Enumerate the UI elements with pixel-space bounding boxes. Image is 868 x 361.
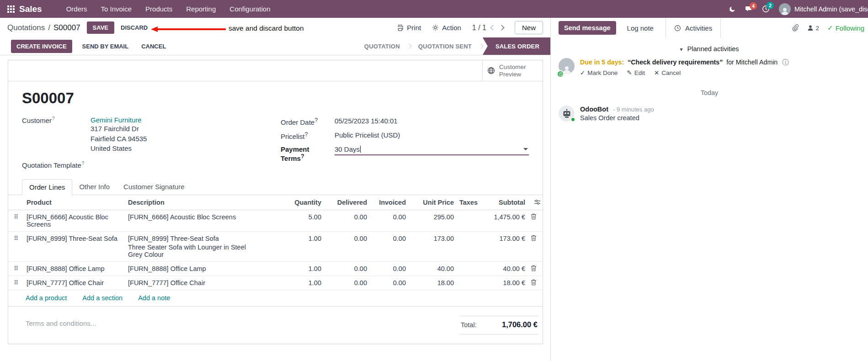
status-step-sales-order[interactable]: SALES ORDER — [483, 37, 550, 55]
drag-handle-icon[interactable]: ⠿ — [8, 261, 24, 276]
menu-to-invoice[interactable]: To Invoice — [96, 1, 137, 17]
cell-invoiced[interactable]: 0.00 — [370, 261, 409, 276]
send-message-button[interactable]: Send message — [559, 21, 616, 35]
cell-delivered[interactable]: 0.00 — [324, 276, 370, 290]
dropdown-caret-icon[interactable] — [523, 148, 528, 150]
cell-unit-price[interactable]: 173.00 — [409, 231, 457, 261]
cell-quantity[interactable]: 1.00 — [262, 276, 324, 290]
cell-product[interactable]: [FURN_7777] Office Chair — [24, 276, 125, 290]
user-menu[interactable]: Mitchell Admin (save_discar — [779, 3, 868, 15]
save-button[interactable]: SAVE — [87, 21, 114, 34]
table-row[interactable]: ⠿ [FURN_6666] Acoustic Bloc Screens [FUR… — [8, 210, 543, 231]
menu-reporting[interactable]: Reporting — [181, 1, 221, 17]
cell-quantity[interactable]: 1.00 — [262, 231, 324, 261]
cell-delivered[interactable]: 0.00 — [324, 261, 370, 276]
activities-tab[interactable]: Activities — [666, 18, 721, 38]
cell-quantity[interactable]: 1.00 — [262, 261, 324, 276]
cell-quantity[interactable]: 5.00 — [262, 210, 324, 231]
pager-next-icon[interactable] — [499, 25, 505, 31]
messages-icon[interactable]: 4 — [745, 5, 753, 13]
cell-taxes[interactable] — [457, 210, 484, 231]
cell-unit-price[interactable]: 18.00 — [409, 276, 457, 290]
send-by-email-button[interactable]: SEND BY EMAIL — [80, 40, 132, 53]
terms-and-conditions-placeholder[interactable]: Terms and conditions... — [26, 319, 96, 327]
new-button[interactable]: New — [515, 21, 543, 34]
add-a-product-link[interactable]: Add a product — [26, 294, 67, 302]
drag-handle-icon[interactable]: ⠿ — [8, 231, 24, 261]
add-a-note-link[interactable]: Add a note — [138, 294, 170, 302]
followers-button[interactable]: 2 — [807, 25, 820, 32]
table-row[interactable]: ⠿ [FURN_7777] Office Chair [FURN_7777] O… — [8, 276, 543, 290]
tab-order-lines[interactable]: Order Lines — [22, 179, 72, 195]
cancel-activity-button[interactable]: ✕ Cancel — [654, 69, 681, 76]
table-row[interactable]: ⠿ [FURN_8888] Office Lamp [FURN_8888] Of… — [8, 261, 543, 276]
cell-product[interactable]: [FURN_6666] Acoustic Bloc Screens — [24, 210, 125, 231]
tab-customer-signature[interactable]: Customer Signature — [117, 179, 191, 195]
drag-handle-icon[interactable]: ⠿ — [8, 210, 24, 231]
attachment-paperclip-icon[interactable] — [792, 24, 799, 32]
customer-link[interactable]: Gemini Furniture — [91, 116, 142, 124]
delete-row-icon[interactable] — [528, 261, 543, 276]
col-product[interactable]: Product — [24, 195, 125, 210]
optional-columns-icon[interactable] — [534, 199, 541, 206]
cell-description[interactable]: [FURN_8888] Office Lamp — [125, 261, 262, 276]
delete-row-icon[interactable] — [528, 276, 543, 290]
cell-taxes[interactable] — [457, 261, 484, 276]
cell-taxes[interactable] — [457, 231, 484, 261]
cell-delivered[interactable]: 0.00 — [324, 210, 370, 231]
status-step-quotation-sent[interactable]: QUOTATION SENT — [411, 37, 479, 55]
cell-taxes[interactable] — [457, 276, 484, 290]
col-invoiced[interactable]: Invoiced — [370, 195, 409, 210]
dark-mode-moon-icon[interactable] — [729, 5, 736, 12]
cell-invoiced[interactable]: 0.00 — [370, 231, 409, 261]
delete-row-icon[interactable] — [528, 210, 543, 231]
menu-orders[interactable]: Orders — [61, 1, 92, 17]
planned-activities-header[interactable]: ▾ Planned activities — [551, 45, 868, 53]
menu-products[interactable]: Products — [140, 1, 177, 17]
print-button[interactable]: Print — [397, 24, 421, 32]
table-row[interactable]: ⠿ [FURN_8999] Three-Seat Sofa [FURN_8999… — [8, 231, 543, 261]
delete-row-icon[interactable] — [528, 231, 543, 261]
activities-clock-icon[interactable]: 2 — [762, 5, 770, 13]
menu-configuration[interactable]: Configuration — [224, 1, 275, 17]
app-name[interactable]: Sales — [19, 4, 42, 14]
pricelist-value[interactable]: Public Pricelist (USD) — [335, 130, 400, 139]
cell-delivered[interactable]: 0.00 — [324, 231, 370, 261]
col-unit-price[interactable]: Unit Price — [409, 195, 457, 210]
customer-preview-button[interactable]: Customer Preview — [482, 60, 543, 81]
cell-product[interactable]: [FURN_8888] Office Lamp — [24, 261, 125, 276]
message-author[interactable]: OdooBot — [580, 106, 608, 113]
payment-terms-input[interactable]: 30 Days — [335, 144, 529, 155]
tab-other-info[interactable]: Other Info — [72, 179, 117, 195]
col-subtotal[interactable]: Subtotal — [484, 195, 528, 210]
cell-unit-price[interactable]: 295.00 — [409, 210, 457, 231]
main-menu: Orders To Invoice Products Reporting Con… — [61, 1, 276, 17]
status-step-quotation[interactable]: QUOTATION — [357, 37, 407, 55]
pager-previous-icon[interactable] — [490, 25, 496, 31]
following-button[interactable]: ✓ Following — [827, 24, 864, 32]
col-delivered[interactable]: Delivered — [324, 195, 370, 210]
cancel-button[interactable]: CANCEL — [138, 40, 169, 53]
col-description[interactable]: Description — [125, 195, 262, 210]
col-quantity[interactable]: Quantity — [262, 195, 324, 210]
edit-activity-button[interactable]: ✎ Edit — [627, 69, 645, 76]
cell-description[interactable]: [FURN_7777] Office Chair — [125, 276, 262, 290]
create-invoice-button[interactable]: CREATE INVOICE — [11, 40, 72, 53]
action-button[interactable]: Action — [432, 24, 461, 32]
info-icon[interactable]: ⓘ — [782, 58, 788, 66]
cell-unit-price[interactable]: 40.00 — [409, 261, 457, 276]
cell-description[interactable]: [FURN_6666] Acoustic Bloc Screens — [125, 210, 262, 231]
add-a-section-link[interactable]: Add a section — [82, 294, 122, 302]
log-note-button[interactable]: Log note — [627, 24, 654, 32]
cell-product[interactable]: [FURN_8999] Three-Seat Sofa — [24, 231, 125, 261]
cell-description[interactable]: [FURN_8999] Three-Seat Sofa Three Seater… — [125, 231, 262, 261]
cell-invoiced[interactable]: 0.00 — [370, 276, 409, 290]
discard-button[interactable]: DISCARD — [117, 21, 151, 34]
breadcrumb-quotations[interactable]: Quotations — [7, 23, 45, 32]
col-taxes[interactable]: Taxes — [457, 195, 484, 210]
cell-invoiced[interactable]: 0.00 — [370, 210, 409, 231]
mark-done-button[interactable]: ✓ Mark Done — [580, 69, 618, 76]
drag-handle-icon[interactable]: ⠿ — [8, 276, 24, 290]
order-date-value[interactable]: 05/25/2023 15:40:01 — [335, 116, 398, 125]
apps-grid-icon[interactable] — [7, 5, 15, 13]
